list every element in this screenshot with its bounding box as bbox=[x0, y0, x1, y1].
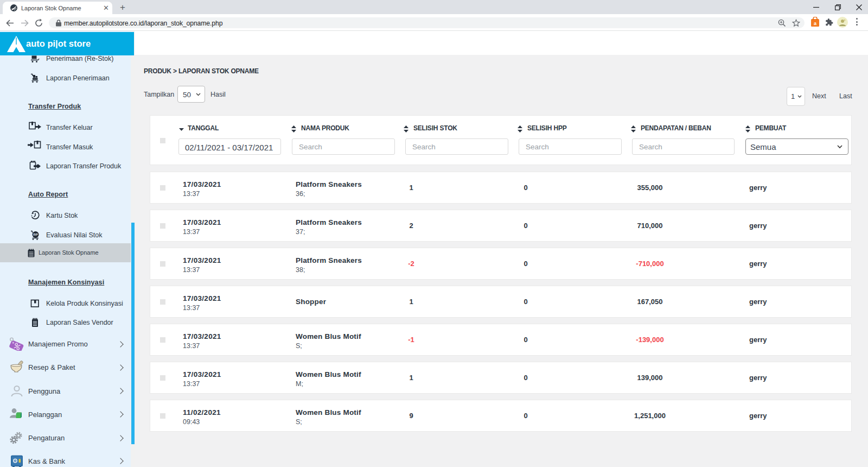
svg-text:RP: RP bbox=[33, 233, 37, 236]
